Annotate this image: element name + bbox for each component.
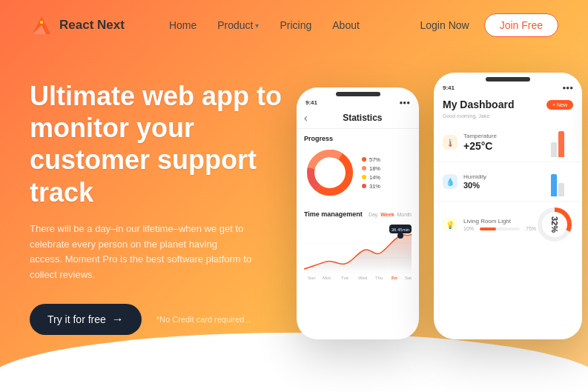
temperature-icon: 🌡️ [443, 135, 457, 150]
nav-about[interactable]: About [332, 19, 360, 31]
svg-text:36.45min: 36.45min [392, 227, 410, 232]
time-management-section: Time management Day Week Month [297, 205, 419, 286]
legend-item: 57% [362, 156, 380, 163]
svg-text:Wed: Wed [358, 276, 367, 280]
legend-value: 18% [369, 165, 380, 172]
svg-text:Thu: Thu [375, 276, 383, 280]
phone-icons-2: ●●● [563, 84, 574, 91]
metric-light: 💡 Living Room Light 10% 75% [434, 202, 582, 248]
nav-actions: Login Now Join Free [420, 13, 558, 37]
legend-item: 18% [362, 165, 380, 172]
metric-temperature: 🌡️ Tamperature +25°C [434, 123, 582, 162]
progress-label: Progress [304, 135, 412, 142]
svg-text:Tue: Tue [341, 276, 349, 280]
progress-section: Progress [297, 129, 419, 205]
tab-day[interactable]: Day [369, 212, 377, 217]
new-button[interactable]: + New [546, 100, 573, 110]
hero-content: Ultimate web app to monitor your custome… [30, 73, 297, 335]
svg-rect-2 [40, 21, 43, 24]
tab-week[interactable]: Week [380, 212, 394, 217]
humidity-bars [551, 167, 573, 196]
phone-mockups: 9:41 ●●● ‹ Statistics Progress [297, 73, 582, 354]
phone-dashboard: ⊙ 📊 📍 ⚙️ 9:41 ●●● My Dashboard + New Goo… [434, 73, 582, 339]
dashboard-subtitle: Good morning, Jake [434, 113, 582, 123]
legend-value: 57% [369, 156, 380, 163]
no-cc-label: *No Credit card required... [156, 315, 251, 324]
legend-dot [362, 157, 366, 162]
legend-value: 14% [369, 174, 380, 181]
metric-humidity: 💧 Humidity 30% [434, 162, 582, 202]
svg-text:Fri: Fri [392, 276, 397, 280]
nav-links: Home Product ▾ Pricing About [169, 19, 420, 31]
logo: React Next [30, 13, 125, 37]
svg-text:Mon: Mon [323, 276, 331, 280]
legend-value: 31% [369, 183, 380, 190]
back-icon[interactable]: ‹ [304, 112, 308, 124]
navbar: React Next Home Product ▾ Pricing About … [0, 0, 588, 50]
legend-item: 14% [362, 174, 380, 181]
dashboard-title: My Dashboard [443, 99, 514, 110]
phone-statistics: 9:41 ●●● ‹ Statistics Progress [297, 87, 419, 339]
phone-icons: ●●● [400, 99, 411, 106]
light-icon: 💡 [443, 217, 457, 232]
try-free-button[interactable]: Try it for free → [30, 304, 142, 335]
line-chart: 36.45min Sun Mon Tue Wed Thu Fri Sat [304, 221, 412, 280]
gauge-value: 32% [550, 216, 559, 233]
time-header: Time management Day Week Month [304, 210, 412, 218]
gauge-chart: 32% [536, 206, 573, 243]
temperature-bars [551, 127, 573, 157]
legend-dot [362, 184, 366, 188]
logo-icon [30, 13, 53, 37]
dashboard-header: My Dashboard + New [434, 93, 582, 113]
arrow-icon: → [112, 313, 124, 326]
temperature-info: Tamperature +25°C [463, 133, 551, 152]
stats-title: Statistics [314, 113, 412, 123]
time-tabs: Day Week Month [369, 212, 412, 217]
temperature-name: Tamperature [463, 133, 551, 139]
legend-dot [362, 166, 366, 170]
nav-home[interactable]: Home [169, 19, 196, 31]
svg-point-7 [321, 164, 339, 182]
svg-text:Sun: Sun [308, 276, 316, 280]
login-button[interactable]: Login Now [420, 19, 469, 31]
light-info: Living Room Light 10% 75% [463, 218, 536, 231]
tab-month[interactable]: Month [397, 212, 412, 217]
humidity-name: Humidity [463, 173, 551, 180]
hero-section: Ultimate web app to monitor your custome… [0, 50, 588, 369]
legend-dot [362, 175, 366, 179]
phone-status-bar: 9:41 ●●● [297, 96, 419, 107]
gauge-min: 10% [463, 226, 474, 231]
gauge-max: 75% [526, 226, 536, 231]
svg-point-11 [397, 233, 403, 239]
svg-text:Sat: Sat [405, 276, 412, 280]
stats-header: ‹ Statistics [297, 107, 419, 129]
phone-time-2: 9:41 [443, 84, 455, 91]
humidity-info: Humidity 30% [463, 173, 551, 190]
hero-title: Ultimate web app to monitor your custome… [30, 80, 297, 208]
chevron-down-icon: ▾ [255, 21, 259, 30]
progress-area: 57% 18% 14% 31% [304, 147, 412, 199]
humidity-icon: 💧 [443, 174, 457, 189]
nav-product[interactable]: Product ▾ [217, 19, 259, 31]
join-button[interactable]: Join Free [484, 13, 558, 37]
hero-cta: Try it for free → *No Credit card requir… [30, 304, 297, 335]
legend: 57% 18% 14% 31% [362, 156, 380, 190]
nav-pricing[interactable]: Pricing [280, 19, 311, 31]
light-name: Living Room Light [463, 218, 536, 225]
humidity-value: 30% [463, 181, 551, 190]
legend-item: 31% [362, 183, 380, 190]
temperature-value: +25°C [463, 140, 551, 152]
hero-description: There will be a day–in our lifetime–when… [30, 222, 252, 283]
logo-text: React Next [59, 18, 125, 33]
donut-chart [304, 147, 356, 199]
phone-time: 9:41 [305, 99, 317, 106]
phone-status-bar-2: 9:41 ●●● [434, 82, 582, 93]
time-label: Time management [304, 210, 363, 218]
